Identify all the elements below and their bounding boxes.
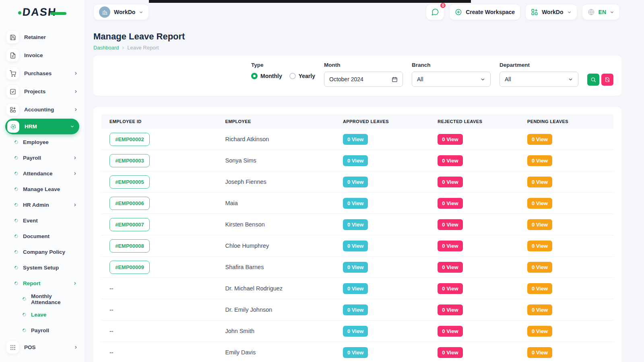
- sidebar-item-company-policy[interactable]: Company Policy: [0, 244, 85, 260]
- sidebar-item-label: Leave: [31, 312, 77, 318]
- employee-id-pill[interactable]: #EMP00008: [109, 239, 150, 253]
- sidebar-item-pos[interactable]: POS: [0, 338, 85, 356]
- radio-unchecked-icon: [289, 73, 296, 79]
- sidebar-item-attendance[interactable]: Attendance: [0, 166, 85, 181]
- yearly-radio[interactable]: Yearly: [289, 73, 315, 79]
- sidebar-item-payroll[interactable]: Payroll: [0, 150, 85, 166]
- approved-view-badge[interactable]: 0 View: [343, 326, 368, 337]
- chevron-right-icon: [74, 345, 78, 350]
- bullet-icon: [22, 312, 27, 317]
- rejected-view-badge[interactable]: 0 View: [438, 241, 462, 251]
- sidebar-item-event[interactable]: Event: [0, 213, 85, 228]
- approved-view-badge[interactable]: 0 View: [343, 347, 368, 358]
- column-header: REJECTED LEAVES: [429, 119, 519, 124]
- employee-id-pill[interactable]: --: [109, 349, 113, 356]
- approved-view-badge[interactable]: 0 View: [343, 241, 368, 251]
- search-button[interactable]: [587, 74, 599, 86]
- employee-id-pill[interactable]: #EMP00006: [109, 197, 150, 210]
- sidebar-item-invoice[interactable]: Invoice: [0, 46, 85, 64]
- rejected-view-badge[interactable]: 0 View: [438, 326, 462, 337]
- bullet-icon: [14, 265, 19, 270]
- employee-name: Dr. Emily Johnson: [217, 306, 335, 313]
- employee-id-pill[interactable]: --: [109, 285, 113, 292]
- sidebar-item-retainer[interactable]: Retainer: [0, 28, 85, 46]
- radio-checked-icon: [251, 73, 258, 79]
- rejected-view-badge[interactable]: 0 View: [438, 134, 462, 145]
- approved-view-badge[interactable]: 0 View: [343, 219, 368, 230]
- month-input[interactable]: October 2024: [324, 72, 403, 87]
- approved-view-badge[interactable]: 0 View: [343, 177, 368, 187]
- sidebar-item-system-setup[interactable]: System Setup: [0, 260, 85, 276]
- pending-view-badge[interactable]: 0 View: [527, 198, 552, 209]
- pending-view-badge[interactable]: 0 View: [527, 326, 552, 337]
- department-select[interactable]: All: [500, 72, 578, 87]
- employee-id-pill[interactable]: --: [109, 328, 113, 334]
- sidebar-item-projects[interactable]: Projects: [0, 82, 85, 101]
- logo-dot-accent: [18, 11, 21, 14]
- table-row: #EMP00005 Joseph Fiennes 0 View 0 View 0…: [101, 171, 613, 193]
- employee-id-pill[interactable]: #EMP00009: [109, 261, 150, 274]
- sidebar-item-label: POS: [24, 344, 68, 350]
- employee-id-pill[interactable]: #EMP00007: [109, 218, 150, 231]
- brand-logo[interactable]: DASH: [0, 0, 85, 24]
- table-row: #EMP00002 Richard Atkinson 0 View 0 View…: [101, 129, 613, 150]
- pending-view-badge[interactable]: 0 View: [527, 219, 552, 230]
- breadcrumb-dashboard-link[interactable]: Dashboard: [93, 45, 119, 51]
- sidebar-item-purchases[interactable]: Purchases: [0, 64, 85, 82]
- monthly-radio[interactable]: Monthly: [251, 73, 282, 79]
- sidebar-item-hr-admin[interactable]: HR Admin: [0, 197, 85, 213]
- create-workspace-button[interactable]: Create Workspace: [449, 4, 520, 20]
- sidebar-item-label: Report: [23, 280, 68, 286]
- sidebar-item-leave[interactable]: Leave: [0, 307, 85, 323]
- approved-view-badge[interactable]: 0 View: [343, 198, 368, 209]
- language-code: EN: [599, 9, 606, 15]
- language-selector[interactable]: EN: [582, 4, 620, 20]
- main-area: WorkDo 0 Create Workspace: [85, 0, 644, 362]
- sidebar-item-accounting[interactable]: Accounting: [0, 101, 85, 119]
- rejected-view-badge[interactable]: 0 View: [438, 219, 462, 230]
- sidebar-item-manage-leave[interactable]: Manage Leave: [0, 181, 85, 197]
- sidebar-item-document[interactable]: Document: [0, 228, 85, 244]
- messages-count-badge: 0: [440, 2, 446, 9]
- chevron-right-icon: [74, 71, 78, 76]
- approved-view-badge[interactable]: 0 View: [343, 155, 368, 166]
- pending-view-badge[interactable]: 0 View: [527, 134, 552, 145]
- pending-view-badge[interactable]: 0 View: [527, 155, 552, 166]
- branch-select[interactable]: All: [412, 72, 491, 87]
- pending-view-badge[interactable]: 0 View: [527, 177, 552, 187]
- sidebar-item-hrm[interactable]: HRM: [5, 119, 79, 134]
- sidebar-item-report[interactable]: Report: [0, 276, 85, 291]
- pending-view-badge[interactable]: 0 View: [527, 347, 552, 358]
- approved-view-badge[interactable]: 0 View: [343, 283, 368, 294]
- rejected-view-badge[interactable]: 0 View: [438, 155, 462, 166]
- employee-id-pill[interactable]: #EMP00003: [109, 154, 150, 167]
- rejected-view-badge[interactable]: 0 View: [438, 177, 462, 187]
- pending-view-badge[interactable]: 0 View: [527, 262, 552, 273]
- sidebar-item-report-payroll[interactable]: Payroll: [0, 323, 85, 338]
- app-switcher-button[interactable]: WorkDo: [525, 4, 577, 20]
- pending-view-badge[interactable]: 0 View: [527, 304, 552, 315]
- type-label: Type: [251, 62, 315, 68]
- bullet-icon: [14, 171, 19, 176]
- rejected-view-badge[interactable]: 0 View: [438, 262, 462, 273]
- bullet-icon: [22, 296, 27, 302]
- messages-button[interactable]: 0: [426, 4, 444, 20]
- employee-id-pill[interactable]: #EMP00005: [109, 175, 150, 189]
- approved-view-badge[interactable]: 0 View: [343, 304, 368, 315]
- employee-id-pill[interactable]: #EMP00002: [109, 133, 150, 146]
- rejected-view-badge[interactable]: 0 View: [438, 347, 462, 358]
- rejected-view-badge[interactable]: 0 View: [438, 304, 462, 315]
- approved-view-badge[interactable]: 0 View: [343, 262, 368, 273]
- reset-button[interactable]: [601, 74, 613, 86]
- pending-view-badge[interactable]: 0 View: [527, 283, 552, 294]
- workspace-switcher[interactable]: WorkDo: [93, 4, 149, 20]
- rejected-view-badge[interactable]: 0 View: [438, 283, 462, 294]
- employee-id-pill[interactable]: --: [109, 306, 113, 313]
- sidebar-item-employee[interactable]: Employee: [0, 134, 85, 150]
- pending-view-badge[interactable]: 0 View: [527, 241, 552, 251]
- rejected-view-badge[interactable]: 0 View: [438, 198, 462, 209]
- sidebar-item-monthly-attendance[interactable]: Monthly Attendance: [0, 291, 85, 307]
- breadcrumb: Dashboard › Leave Report: [93, 44, 621, 51]
- sidebar: DASH Retainer Invoice Pu: [0, 0, 85, 362]
- approved-view-badge[interactable]: 0 View: [343, 134, 368, 145]
